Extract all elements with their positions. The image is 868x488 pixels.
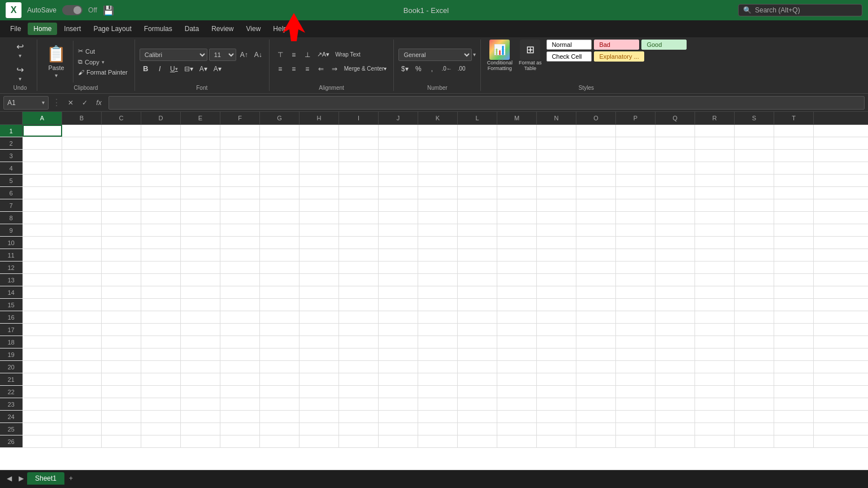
cell[interactable] (656, 262, 695, 273)
cell[interactable] (339, 361, 379, 373)
cell[interactable] (497, 175, 537, 186)
cell[interactable] (62, 187, 102, 199)
cell[interactable] (735, 187, 774, 199)
save-icon[interactable]: 💾 (103, 5, 114, 16)
cell[interactable] (220, 262, 260, 273)
col-header-F[interactable]: F (220, 112, 260, 124)
row-number-4[interactable]: 4 (0, 162, 23, 174)
cell[interactable] (300, 348, 339, 360)
cell[interactable] (141, 286, 181, 298)
cell[interactable] (458, 423, 497, 435)
cell[interactable] (537, 187, 576, 199)
cell[interactable] (656, 212, 695, 224)
border-button[interactable]: ⊟▾ (182, 63, 196, 75)
cell[interactable] (300, 224, 339, 236)
cell[interactable] (735, 212, 774, 224)
formula-input[interactable] (108, 96, 865, 110)
cell[interactable] (220, 336, 260, 348)
cell[interactable] (735, 237, 774, 249)
cell[interactable] (260, 224, 300, 236)
cell[interactable] (616, 162, 656, 174)
confirm-formula-icon[interactable]: ✓ (79, 97, 91, 109)
cell[interactable] (300, 162, 339, 174)
cell[interactable] (141, 274, 181, 286)
cell[interactable] (339, 175, 379, 186)
cell[interactable] (537, 423, 576, 435)
row-number-16[interactable]: 16 (0, 311, 23, 323)
cell[interactable] (102, 299, 141, 311)
cell[interactable] (576, 237, 616, 249)
menu-insert[interactable]: Insert (58, 23, 86, 35)
cell[interactable] (537, 162, 576, 174)
row-number-26[interactable]: 26 (0, 435, 23, 447)
cell[interactable] (339, 411, 379, 422)
cell[interactable] (62, 348, 102, 360)
cell[interactable] (576, 199, 616, 211)
cell[interactable] (458, 286, 497, 298)
cell[interactable] (458, 175, 497, 186)
cell[interactable] (418, 411, 458, 422)
cell[interactable] (695, 125, 735, 137)
cell[interactable] (379, 423, 418, 435)
cell[interactable] (260, 237, 300, 249)
cell[interactable] (576, 175, 616, 186)
cell[interactable] (576, 361, 616, 373)
cell[interactable] (537, 373, 576, 385)
cell[interactable] (260, 348, 300, 360)
search-bar[interactable]: 🔍 Search (Alt+Q) (738, 4, 862, 16)
cell[interactable] (102, 125, 141, 137)
cell[interactable] (695, 187, 735, 199)
cell[interactable] (418, 348, 458, 360)
cell[interactable] (537, 336, 576, 348)
cell[interactable] (774, 224, 814, 236)
cell[interactable] (774, 212, 814, 224)
cell[interactable] (774, 311, 814, 323)
cell[interactable] (62, 175, 102, 186)
cell[interactable] (616, 224, 656, 236)
menu-review[interactable]: Review (206, 23, 239, 35)
cell[interactable] (537, 324, 576, 336)
cell[interactable] (616, 199, 656, 211)
style-check-cell[interactable]: Check Cell (546, 51, 592, 62)
cell[interactable] (62, 423, 102, 435)
cell[interactable] (735, 199, 774, 211)
cell[interactable] (576, 299, 616, 311)
cell[interactable] (102, 311, 141, 323)
cell[interactable] (181, 162, 220, 174)
cell[interactable] (260, 411, 300, 422)
cell[interactable] (23, 274, 62, 286)
cell[interactable] (141, 398, 181, 410)
cell[interactable] (300, 212, 339, 224)
cell[interactable] (260, 386, 300, 398)
cell[interactable] (23, 373, 62, 385)
sheet-nav-left[interactable]: ◀ (3, 474, 15, 482)
cell[interactable] (616, 274, 656, 286)
cell[interactable] (695, 435, 735, 447)
cell[interactable] (181, 311, 220, 323)
cell[interactable] (260, 125, 300, 137)
col-header-I[interactable]: I (339, 112, 379, 124)
cell[interactable] (102, 262, 141, 273)
align-middle-button[interactable]: ≡ (288, 49, 300, 61)
cell[interactable] (181, 373, 220, 385)
cell[interactable] (497, 162, 537, 174)
cell[interactable] (656, 299, 695, 311)
cell[interactable] (260, 162, 300, 174)
cell[interactable] (379, 386, 418, 398)
cell[interactable] (181, 324, 220, 336)
format-painter-button[interactable]: 🖌 Format Painter (76, 68, 130, 77)
cell[interactable] (23, 150, 62, 162)
cell[interactable] (181, 336, 220, 348)
cell[interactable] (418, 187, 458, 199)
cell[interactable] (62, 125, 102, 137)
row-number-8[interactable]: 8 (0, 212, 23, 224)
cell[interactable] (774, 150, 814, 162)
cell[interactable] (735, 299, 774, 311)
cell[interactable] (379, 311, 418, 323)
cell[interactable] (181, 262, 220, 273)
cell[interactable] (300, 336, 339, 348)
underline-button[interactable]: U ▾ (168, 63, 180, 75)
cell[interactable] (497, 398, 537, 410)
decrease-decimal-button[interactable]: .0← (439, 63, 454, 75)
cell[interactable] (735, 324, 774, 336)
